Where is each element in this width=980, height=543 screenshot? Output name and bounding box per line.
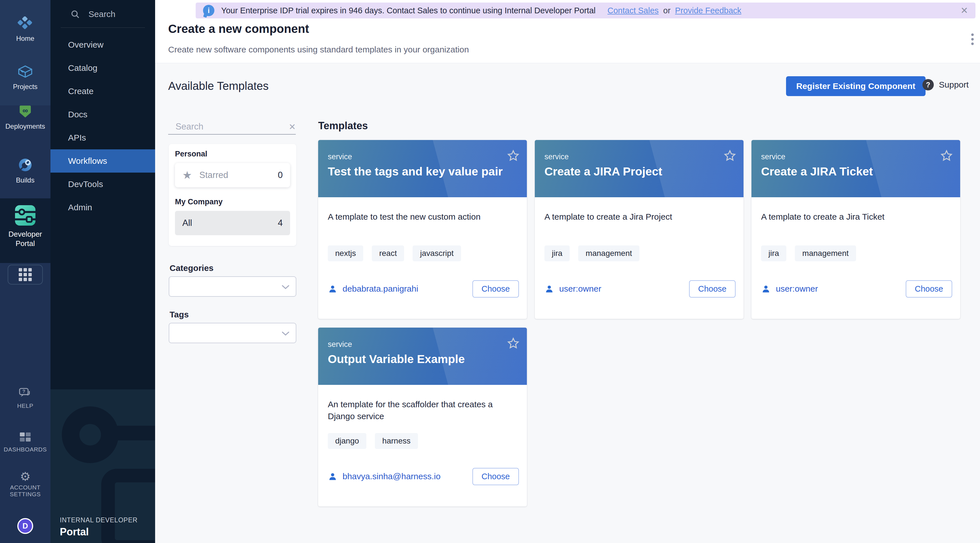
sidebar-search[interactable]: Search <box>51 7 155 21</box>
sidebar-item-create[interactable]: Create <box>51 79 155 103</box>
rail-item-builds[interactable]: Builds <box>0 157 51 184</box>
card-owner-link[interactable]: bhavya.sinha@harness.io <box>328 472 441 481</box>
provide-feedback-link[interactable]: Provide Feedback <box>675 6 741 15</box>
card-description: A template to create a Jira Project <box>544 211 731 223</box>
star-icon: ★ <box>182 170 192 181</box>
sidebar-item-catalog[interactable]: Catalog <box>51 56 155 79</box>
star-icon[interactable] <box>506 337 520 351</box>
template-card: service Create a JIRA Project A template… <box>535 140 743 319</box>
card-type: service <box>761 152 786 161</box>
rail-item-label: Deployments <box>0 122 51 130</box>
chevron-down-icon <box>282 285 290 289</box>
rail-item-label: HELP <box>0 402 51 409</box>
template-search-input[interactable] <box>175 122 289 132</box>
sidebar-menu: Overview Catalog Create Docs APIs Workfl… <box>51 33 155 219</box>
card-title: Create a JIRA Project <box>544 165 718 178</box>
rail-item-home[interactable]: Home <box>0 16 51 43</box>
watermark-stem <box>115 426 155 440</box>
card-title: Output Variable Example <box>328 352 501 366</box>
card-owner-link[interactable]: user:owner <box>544 284 601 294</box>
banner-close-icon[interactable]: ✕ <box>961 5 968 16</box>
template-card: service Test the tags and key value pair… <box>318 140 527 319</box>
card-header: service Create a JIRA Ticket <box>751 140 960 197</box>
developer-portal-icon <box>14 205 36 226</box>
user-avatar[interactable]: D <box>17 518 33 534</box>
rail-item-label: Projects <box>0 83 51 90</box>
tag-chip: nextjs <box>328 245 363 261</box>
section-title: Available Templates <box>168 79 269 92</box>
watermark-ring <box>62 406 119 463</box>
rail-item-projects[interactable]: Projects <box>0 65 51 90</box>
nav-rail: Home Projects ∞ Deployments <box>0 0 51 543</box>
portal-sidebar: Search Overview Catalog Create Docs APIs… <box>51 0 155 543</box>
contact-sales-link[interactable]: Contact Sales <box>608 6 659 15</box>
trial-banner: i Your Enterprise IDP trial expires in 9… <box>196 3 975 18</box>
sidebar-item-overview[interactable]: Overview <box>51 33 155 56</box>
rail-item-label: Developer Portal <box>0 230 51 248</box>
rail-item-label: Builds <box>0 176 51 184</box>
card-tags: django harness <box>328 433 418 449</box>
rail-item-help[interactable]: ? HELP <box>0 388 51 409</box>
choose-button[interactable]: Choose <box>473 280 519 298</box>
filter-starred[interactable]: ★ Starred 0 <box>175 163 290 187</box>
card-owner-link[interactable]: debabrata.panigrahi <box>328 284 418 294</box>
filter-all[interactable]: All 4 <box>175 211 290 235</box>
choose-button[interactable]: Choose <box>689 280 735 298</box>
clear-search-icon[interactable]: ✕ <box>289 122 297 132</box>
brand-line-bottom: Portal <box>60 526 89 538</box>
card-header: service Test the tags and key value pair <box>318 140 527 197</box>
sidebar-item-apis[interactable]: APIs <box>51 126 155 149</box>
main-area: i Your Enterprise IDP trial expires in 9… <box>155 0 980 543</box>
tag-chip: jira <box>544 245 570 261</box>
tag-chip: react <box>372 245 404 261</box>
card-tags: jira management <box>761 245 856 261</box>
owner-name: user:owner <box>776 284 818 294</box>
sidebar-item-admin[interactable]: Admin <box>51 196 155 219</box>
banner-separator: or <box>663 6 671 15</box>
banner-message: Your Enterprise IDP trial expires in 946… <box>221 6 595 15</box>
card-description: An template for the scaffolder that crea… <box>328 399 498 422</box>
rail-item-account-settings[interactable]: ⚙ ACCOUNT SETTINGS <box>0 471 51 498</box>
page-title: Create a new component <box>168 22 309 36</box>
choose-button[interactable]: Choose <box>906 280 952 298</box>
choose-button[interactable]: Choose <box>473 468 519 485</box>
sidebar-item-workflows[interactable]: Workflows <box>51 149 155 173</box>
templates-heading: Templates <box>318 120 368 132</box>
module-grid-button[interactable] <box>8 265 43 284</box>
ownership-filter-card: Personal ★ Starred 0 My Company All 4 <box>169 144 296 246</box>
tag-chip: management <box>795 245 856 261</box>
sidebar-item-docs[interactable]: Docs <box>51 103 155 126</box>
avatar-initial: D <box>22 522 28 530</box>
sidebar-item-devtools[interactable]: DevTools <box>51 173 155 196</box>
owner-name: debabrata.panigrahi <box>342 284 418 294</box>
template-card: service Create a JIRA Ticket A template … <box>751 140 960 319</box>
card-description: A template to create a Jira Ticket <box>761 211 948 223</box>
rail-item-developer-portal[interactable]: Developer Portal <box>0 198 51 263</box>
rail-item-deployments[interactable]: ∞ Deployments <box>0 104 51 130</box>
card-title: Create a JIRA Ticket <box>761 165 935 178</box>
card-owner-link[interactable]: user:owner <box>761 284 818 294</box>
all-label: All <box>182 218 192 228</box>
content-area: Available Templates Register Existing Co… <box>155 63 980 543</box>
tag-chip: management <box>578 245 639 261</box>
template-card: service Output Variable Example An templ… <box>318 328 527 506</box>
star-icon[interactable] <box>723 149 737 164</box>
user-icon <box>761 284 771 294</box>
home-icon <box>17 27 33 32</box>
star-icon[interactable] <box>940 149 953 164</box>
rail-item-dashboards[interactable]: DASHBOARDS <box>0 432 51 453</box>
kebab-menu-icon[interactable] <box>967 33 978 51</box>
categories-label: Categories <box>170 263 213 273</box>
page-subtitle: Create new software components using sta… <box>168 45 469 54</box>
star-icon[interactable] <box>506 149 520 164</box>
categories-select[interactable] <box>169 276 296 297</box>
owner-name: bhavya.sinha@harness.io <box>342 472 441 481</box>
card-header: service Create a JIRA Project <box>535 140 743 197</box>
support-button[interactable]: ? Support <box>923 79 969 90</box>
register-existing-component-button[interactable]: Register Existing Component <box>786 76 926 96</box>
tags-select[interactable] <box>169 323 296 343</box>
info-icon: i <box>203 5 215 16</box>
tag-chip: jira <box>761 245 786 261</box>
watermark-square <box>101 469 155 543</box>
user-icon <box>328 472 337 481</box>
